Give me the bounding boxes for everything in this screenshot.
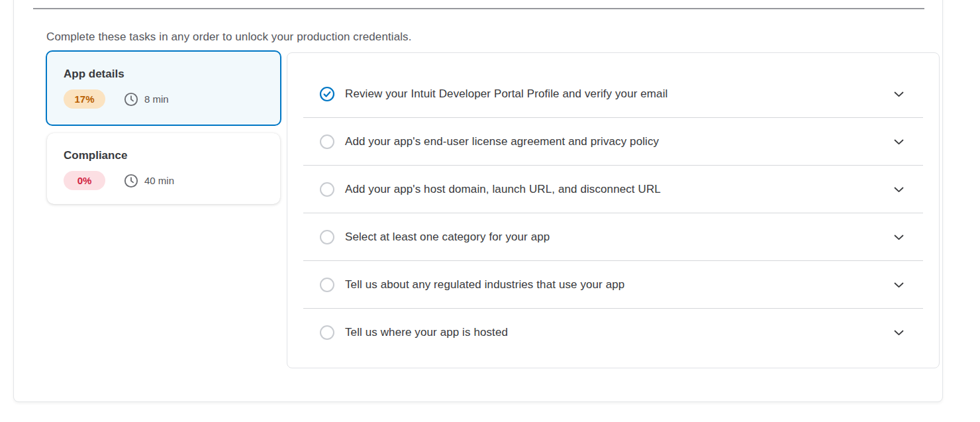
task-group-sidebar: App details 17% 8 min Compliance 0% 40 m… (46, 50, 281, 204)
task-label: Add your app's host domain, launch URL, … (345, 183, 893, 196)
task-status-icon (319, 229, 335, 245)
progress-percent-badge: 0% (64, 171, 105, 190)
task-status-icon (319, 86, 335, 102)
progress-card-meta: 17% 8 min (64, 89, 264, 109)
chevron-down-icon[interactable] (893, 88, 905, 101)
instruction-text: Complete these tasks in any order to unl… (46, 30, 412, 44)
production-credentials-panel: Complete these tasks in any order to unl… (13, 0, 943, 402)
task-list-panel: Review your Intuit Developer Portal Prof… (287, 52, 940, 368)
task-label: Select at least one category for your ap… (345, 231, 893, 244)
task-label: Add your app's end-user license agreemen… (345, 135, 893, 148)
clock-icon (124, 174, 138, 188)
task-row[interactable]: Add your app's end-user license agreemen… (287, 118, 939, 166)
task-status-icon (319, 277, 335, 293)
chevron-down-icon[interactable] (893, 327, 905, 339)
progress-card-meta: 0% 40 min (64, 171, 264, 190)
task-row[interactable]: Select at least one category for your ap… (287, 213, 939, 261)
task-row[interactable]: Tell us where your app is hosted (287, 309, 939, 356)
task-row[interactable]: Review your Intuit Developer Portal Prof… (287, 70, 939, 118)
chevron-down-icon[interactable] (893, 231, 905, 244)
header-divider (33, 8, 924, 9)
task-row[interactable]: Tell us about any regulated industries t… (287, 261, 939, 309)
empty-circle-icon (319, 182, 335, 197)
empty-circle-icon (319, 325, 335, 341)
task-status-icon (319, 325, 335, 341)
chevron-down-icon[interactable] (893, 184, 905, 196)
task-label: Review your Intuit Developer Portal Prof… (345, 87, 893, 101)
estimated-time-label: 40 min (144, 175, 174, 186)
progress-card-title: App details (64, 68, 264, 81)
check-circle-icon (319, 86, 335, 102)
task-label: Tell us where your app is hosted (345, 326, 893, 339)
chevron-down-icon[interactable] (893, 136, 905, 148)
task-row[interactable]: Add your app's host domain, launch URL, … (287, 166, 939, 213)
empty-circle-icon (319, 277, 335, 293)
progress-percent-badge: 17% (64, 89, 105, 109)
empty-circle-icon (319, 229, 335, 245)
task-status-icon (319, 134, 335, 150)
empty-circle-icon (319, 134, 335, 150)
clock-icon (124, 92, 138, 107)
progress-card-compliance[interactable]: Compliance 0% 40 min (47, 133, 280, 204)
progress-card-title: Compliance (64, 149, 264, 162)
task-status-icon (319, 182, 335, 197)
task-label: Tell us about any regulated industries t… (345, 278, 893, 291)
chevron-down-icon[interactable] (893, 279, 905, 291)
progress-card-app-details[interactable]: App details 17% 8 min (46, 50, 281, 126)
estimated-time-label: 8 min (144, 93, 169, 105)
